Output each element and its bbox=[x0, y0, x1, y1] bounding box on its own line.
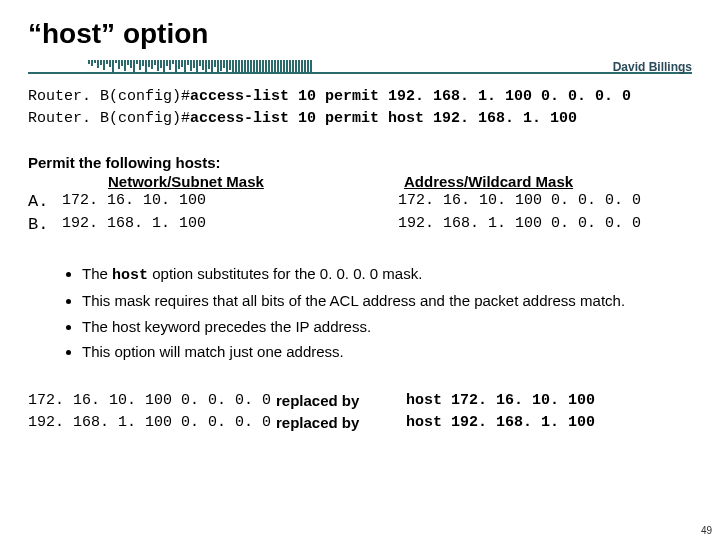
replace-left-1: 172. 16. 10. 100 0. 0. 0. 0 bbox=[28, 390, 276, 412]
host-row-a: A. 172. 16. 10. 100 172. 16. 10. 100 0. … bbox=[28, 190, 692, 214]
bullet-1-text-b: option substitutes for the 0. 0. 0. 0 ma… bbox=[148, 265, 422, 282]
host-wildcard-b: 192. 168. 1. 100 0. 0. 0. 0 bbox=[398, 213, 641, 237]
column-header-right: Address/Wildcard Mask bbox=[398, 173, 692, 190]
command-line-1: Router. B(config)#access-list 10 permit … bbox=[28, 86, 692, 108]
divider-rule: David Billings bbox=[28, 58, 692, 76]
host-ip-b: 192. 168. 1. 100 bbox=[62, 213, 398, 237]
replace-right-2: host 192. 168. 1. 100 bbox=[406, 412, 595, 434]
author-name: David Billings bbox=[613, 60, 692, 74]
host-letter-a: A. bbox=[28, 190, 62, 214]
bullet-list: The host option substitutes for the 0. 0… bbox=[28, 263, 692, 362]
replace-block: 172. 16. 10. 100 0. 0. 0. 0 replaced by … bbox=[28, 390, 692, 434]
bullet-4: This option will match just one address. bbox=[82, 341, 692, 362]
column-headers: Network/Subnet Mask Address/Wildcard Mas… bbox=[28, 173, 692, 190]
bullet-2: This mask requires that all bits of the … bbox=[82, 290, 692, 311]
command-block: Router. B(config)#access-list 10 permit … bbox=[28, 86, 692, 130]
host-wildcard-a: 172. 16. 10. 100 0. 0. 0. 0 bbox=[398, 190, 641, 214]
bullet-1-code: host bbox=[112, 267, 148, 284]
permit-block: Permit the following hosts: Network/Subn… bbox=[28, 154, 692, 238]
replace-row-1: 172. 16. 10. 100 0. 0. 0. 0 replaced by … bbox=[28, 390, 692, 412]
rule-line-icon bbox=[28, 72, 692, 74]
command-prompt-2: Router. B(config)# bbox=[28, 110, 190, 127]
command-body-2: access-list 10 permit host 192. 168. 1. … bbox=[190, 110, 577, 127]
permit-header: Permit the following hosts: bbox=[28, 154, 692, 171]
host-row-b: B. 192. 168. 1. 100 192. 168. 1. 100 0. … bbox=[28, 213, 692, 237]
bullet-1: The host option substitutes for the 0. 0… bbox=[82, 263, 692, 286]
replace-row-2: 192. 168. 1. 100 0. 0. 0. 0 replaced by … bbox=[28, 412, 692, 434]
command-line-2: Router. B(config)#access-list 10 permit … bbox=[28, 108, 692, 130]
host-ip-a: 172. 16. 10. 100 bbox=[62, 190, 398, 214]
command-body-1: access-list 10 permit 192. 168. 1. 100 0… bbox=[190, 88, 631, 105]
slide-title: “host” option bbox=[28, 18, 692, 50]
slide: “host” option bbox=[0, 0, 720, 540]
page-number: 49 bbox=[701, 525, 712, 536]
replace-left-2: 192. 168. 1. 100 0. 0. 0. 0 bbox=[28, 412, 276, 434]
bullet-1-text-a: The bbox=[82, 265, 112, 282]
replace-right-1: host 172. 16. 10. 100 bbox=[406, 390, 595, 412]
command-prompt-1: Router. B(config)# bbox=[28, 88, 190, 105]
host-letter-b: B. bbox=[28, 213, 62, 237]
bullet-3: The host keyword precedes the IP address… bbox=[82, 316, 692, 337]
replace-mid-2: replaced by bbox=[276, 412, 406, 434]
column-header-left: Network/Subnet Mask bbox=[28, 173, 398, 190]
replace-mid-1: replaced by bbox=[276, 390, 406, 412]
